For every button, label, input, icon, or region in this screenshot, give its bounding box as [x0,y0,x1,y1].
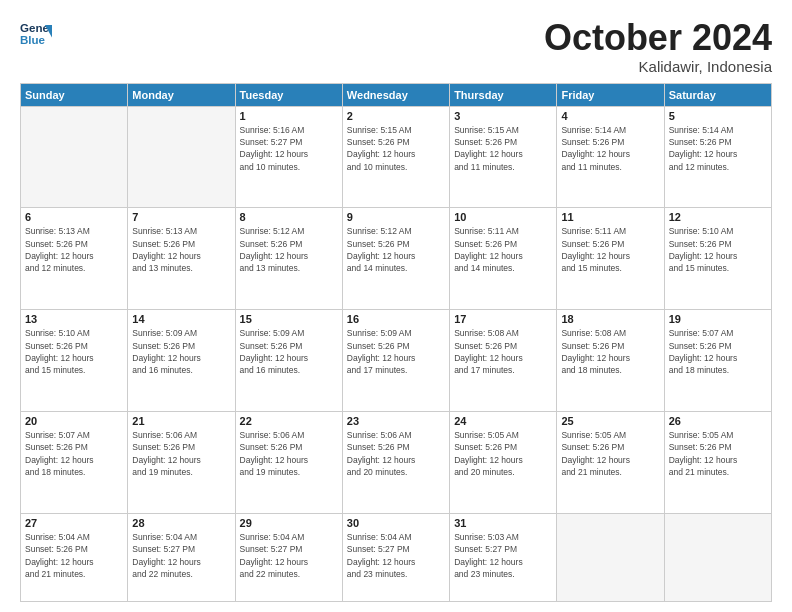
day-number: 12 [669,211,767,223]
calendar-cell: 2Sunrise: 5:15 AM Sunset: 5:26 PM Daylig… [342,106,449,208]
calendar-table: Sunday Monday Tuesday Wednesday Thursday… [20,83,772,602]
header: General Blue October 2024 Kalidawir, Ind… [20,18,772,75]
calendar-cell: 7Sunrise: 5:13 AM Sunset: 5:26 PM Daylig… [128,208,235,310]
calendar-cell: 14Sunrise: 5:09 AM Sunset: 5:26 PM Dayli… [128,310,235,412]
calendar-cell: 20Sunrise: 5:07 AM Sunset: 5:26 PM Dayli… [21,412,128,514]
day-number: 16 [347,313,445,325]
day-info: Sunrise: 5:07 AM Sunset: 5:26 PM Dayligh… [669,327,767,376]
calendar-cell: 16Sunrise: 5:09 AM Sunset: 5:26 PM Dayli… [342,310,449,412]
day-number: 31 [454,517,552,529]
day-info: Sunrise: 5:16 AM Sunset: 5:27 PM Dayligh… [240,124,338,173]
day-number: 10 [454,211,552,223]
day-number: 4 [561,110,659,122]
day-info: Sunrise: 5:04 AM Sunset: 5:27 PM Dayligh… [347,531,445,580]
day-info: Sunrise: 5:11 AM Sunset: 5:26 PM Dayligh… [561,225,659,274]
calendar-cell: 31Sunrise: 5:03 AM Sunset: 5:27 PM Dayli… [450,513,557,601]
day-info: Sunrise: 5:06 AM Sunset: 5:26 PM Dayligh… [240,429,338,478]
calendar-cell: 21Sunrise: 5:06 AM Sunset: 5:26 PM Dayli… [128,412,235,514]
day-number: 1 [240,110,338,122]
day-number: 9 [347,211,445,223]
day-number: 23 [347,415,445,427]
day-info: Sunrise: 5:11 AM Sunset: 5:26 PM Dayligh… [454,225,552,274]
header-thursday: Thursday [450,83,557,106]
day-number: 5 [669,110,767,122]
day-number: 14 [132,313,230,325]
calendar-cell: 8Sunrise: 5:12 AM Sunset: 5:26 PM Daylig… [235,208,342,310]
calendar-cell: 25Sunrise: 5:05 AM Sunset: 5:26 PM Dayli… [557,412,664,514]
calendar-cell: 17Sunrise: 5:08 AM Sunset: 5:26 PM Dayli… [450,310,557,412]
day-info: Sunrise: 5:06 AM Sunset: 5:26 PM Dayligh… [132,429,230,478]
day-info: Sunrise: 5:04 AM Sunset: 5:27 PM Dayligh… [240,531,338,580]
calendar-cell: 15Sunrise: 5:09 AM Sunset: 5:26 PM Dayli… [235,310,342,412]
day-info: Sunrise: 5:04 AM Sunset: 5:27 PM Dayligh… [132,531,230,580]
day-number: 19 [669,313,767,325]
day-number: 21 [132,415,230,427]
calendar-cell: 22Sunrise: 5:06 AM Sunset: 5:26 PM Dayli… [235,412,342,514]
day-number: 3 [454,110,552,122]
day-number: 25 [561,415,659,427]
day-info: Sunrise: 5:10 AM Sunset: 5:26 PM Dayligh… [669,225,767,274]
svg-text:Blue: Blue [20,34,46,46]
calendar-cell: 6Sunrise: 5:13 AM Sunset: 5:26 PM Daylig… [21,208,128,310]
calendar-cell [557,513,664,601]
calendar-cell [128,106,235,208]
calendar-cell: 11Sunrise: 5:11 AM Sunset: 5:26 PM Dayli… [557,208,664,310]
day-info: Sunrise: 5:10 AM Sunset: 5:26 PM Dayligh… [25,327,123,376]
calendar-cell [664,513,771,601]
header-friday: Friday [557,83,664,106]
calendar-cell [21,106,128,208]
day-number: 24 [454,415,552,427]
header-monday: Monday [128,83,235,106]
day-info: Sunrise: 5:12 AM Sunset: 5:26 PM Dayligh… [240,225,338,274]
day-number: 17 [454,313,552,325]
calendar-cell: 3Sunrise: 5:15 AM Sunset: 5:26 PM Daylig… [450,106,557,208]
day-info: Sunrise: 5:13 AM Sunset: 5:26 PM Dayligh… [25,225,123,274]
month-title: October 2024 [544,18,772,58]
calendar-cell: 28Sunrise: 5:04 AM Sunset: 5:27 PM Dayli… [128,513,235,601]
day-number: 29 [240,517,338,529]
day-number: 8 [240,211,338,223]
day-number: 28 [132,517,230,529]
calendar-cell: 19Sunrise: 5:07 AM Sunset: 5:26 PM Dayli… [664,310,771,412]
day-info: Sunrise: 5:09 AM Sunset: 5:26 PM Dayligh… [347,327,445,376]
day-number: 18 [561,313,659,325]
header-sunday: Sunday [21,83,128,106]
day-number: 7 [132,211,230,223]
calendar-cell: 12Sunrise: 5:10 AM Sunset: 5:26 PM Dayli… [664,208,771,310]
calendar-cell: 1Sunrise: 5:16 AM Sunset: 5:27 PM Daylig… [235,106,342,208]
title-block: October 2024 Kalidawir, Indonesia [544,18,772,75]
day-number: 11 [561,211,659,223]
day-info: Sunrise: 5:12 AM Sunset: 5:26 PM Dayligh… [347,225,445,274]
calendar-header-row: Sunday Monday Tuesday Wednesday Thursday… [21,83,772,106]
day-number: 13 [25,313,123,325]
day-info: Sunrise: 5:15 AM Sunset: 5:26 PM Dayligh… [347,124,445,173]
subtitle: Kalidawir, Indonesia [544,58,772,75]
day-number: 2 [347,110,445,122]
day-info: Sunrise: 5:05 AM Sunset: 5:26 PM Dayligh… [669,429,767,478]
day-info: Sunrise: 5:09 AM Sunset: 5:26 PM Dayligh… [240,327,338,376]
header-saturday: Saturday [664,83,771,106]
calendar-cell: 5Sunrise: 5:14 AM Sunset: 5:26 PM Daylig… [664,106,771,208]
day-info: Sunrise: 5:09 AM Sunset: 5:26 PM Dayligh… [132,327,230,376]
day-number: 30 [347,517,445,529]
calendar-cell: 13Sunrise: 5:10 AM Sunset: 5:26 PM Dayli… [21,310,128,412]
day-number: 15 [240,313,338,325]
calendar-cell: 26Sunrise: 5:05 AM Sunset: 5:26 PM Dayli… [664,412,771,514]
day-info: Sunrise: 5:03 AM Sunset: 5:27 PM Dayligh… [454,531,552,580]
calendar-cell: 30Sunrise: 5:04 AM Sunset: 5:27 PM Dayli… [342,513,449,601]
header-wednesday: Wednesday [342,83,449,106]
day-info: Sunrise: 5:15 AM Sunset: 5:26 PM Dayligh… [454,124,552,173]
day-number: 20 [25,415,123,427]
day-number: 22 [240,415,338,427]
page: General Blue October 2024 Kalidawir, Ind… [0,0,792,612]
calendar-cell: 9Sunrise: 5:12 AM Sunset: 5:26 PM Daylig… [342,208,449,310]
day-info: Sunrise: 5:05 AM Sunset: 5:26 PM Dayligh… [561,429,659,478]
day-info: Sunrise: 5:06 AM Sunset: 5:26 PM Dayligh… [347,429,445,478]
day-info: Sunrise: 5:04 AM Sunset: 5:26 PM Dayligh… [25,531,123,580]
day-info: Sunrise: 5:14 AM Sunset: 5:26 PM Dayligh… [561,124,659,173]
calendar-cell: 10Sunrise: 5:11 AM Sunset: 5:26 PM Dayli… [450,208,557,310]
calendar-cell: 23Sunrise: 5:06 AM Sunset: 5:26 PM Dayli… [342,412,449,514]
day-info: Sunrise: 5:07 AM Sunset: 5:26 PM Dayligh… [25,429,123,478]
calendar-cell: 18Sunrise: 5:08 AM Sunset: 5:26 PM Dayli… [557,310,664,412]
day-info: Sunrise: 5:08 AM Sunset: 5:26 PM Dayligh… [454,327,552,376]
